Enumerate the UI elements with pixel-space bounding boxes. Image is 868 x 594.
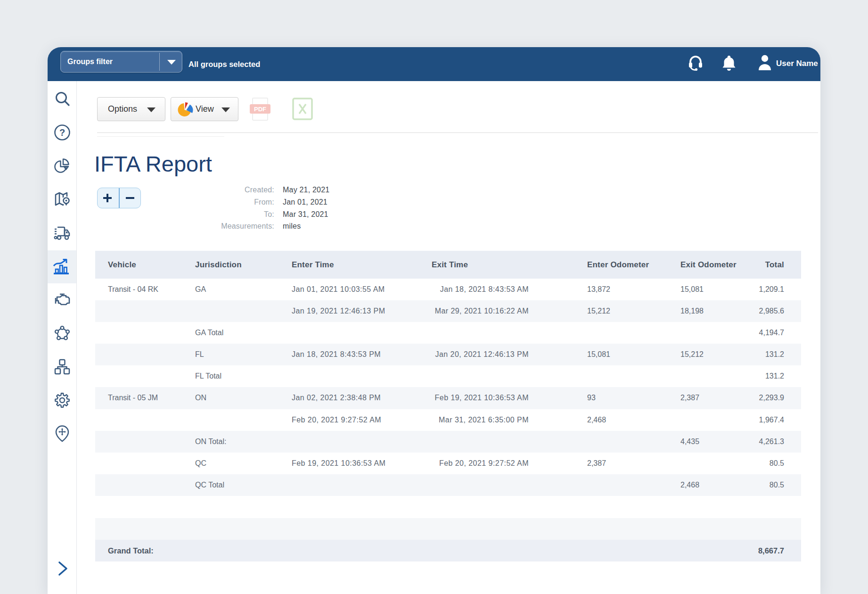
- svg-text:PDF: PDF: [254, 106, 266, 113]
- svg-text:?: ?: [59, 127, 65, 138]
